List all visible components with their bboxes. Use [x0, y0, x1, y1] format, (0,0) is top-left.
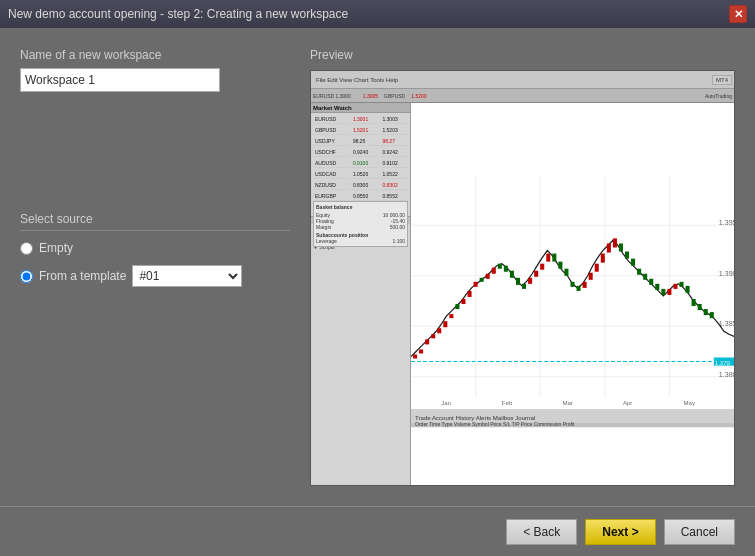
- radio-template-label[interactable]: From a template: [39, 269, 126, 283]
- svg-rect-51: [643, 274, 647, 280]
- preview-left-data: Market Watch EURUSD1.30011.3003 GBPUSD1.…: [311, 103, 411, 485]
- svg-rect-19: [449, 314, 453, 318]
- preview-toolbar: File Edit View Chart Tools Help MT4: [311, 71, 734, 89]
- svg-rect-13: [413, 354, 417, 358]
- preview-box: File Edit View Chart Tools Help MT4 EURU…: [310, 70, 735, 486]
- svg-rect-21: [461, 299, 465, 304]
- content-area: Name of a new workspace Select source Em…: [0, 28, 755, 506]
- svg-rect-56: [673, 284, 677, 289]
- svg-rect-20: [455, 304, 459, 309]
- svg-rect-15: [425, 339, 429, 344]
- svg-rect-32: [528, 278, 532, 284]
- svg-rect-42: [589, 273, 593, 280]
- preview-main: Market Watch EURUSD1.30011.3003 GBPUSD1.…: [311, 103, 734, 485]
- svg-text:Apr: Apr: [623, 400, 632, 406]
- svg-rect-41: [583, 282, 587, 288]
- next-label: Next >: [602, 525, 638, 539]
- workspace-name-label: Name of a new workspace: [20, 48, 290, 62]
- svg-rect-45: [607, 243, 611, 252]
- svg-rect-62: [710, 312, 714, 318]
- svg-rect-60: [698, 304, 702, 310]
- svg-text:Feb: Feb: [502, 400, 513, 406]
- svg-text:1.379: 1.379: [715, 360, 731, 366]
- svg-rect-36: [552, 254, 556, 262]
- svg-rect-27: [498, 264, 502, 269]
- svg-rect-53: [655, 284, 659, 290]
- svg-rect-17: [437, 328, 441, 333]
- workspace-name-section: Name of a new workspace: [20, 48, 290, 92]
- radio-template[interactable]: [20, 270, 33, 283]
- select-source-label: Select source: [20, 212, 290, 231]
- svg-rect-46: [613, 238, 617, 247]
- preview-toolbar2: EURUSD 1.3000 1.3005 GBPUSD 1.5200 AutoT…: [311, 89, 734, 103]
- svg-rect-14: [419, 349, 423, 353]
- cancel-label: Cancel: [681, 525, 718, 539]
- svg-rect-61: [704, 309, 708, 315]
- svg-rect-26: [492, 268, 496, 274]
- left-panel: Name of a new workspace Select source Em…: [20, 48, 290, 486]
- svg-rect-55: [667, 289, 671, 295]
- svg-rect-44: [601, 254, 605, 263]
- svg-rect-22: [468, 291, 472, 297]
- next-button[interactable]: Next >: [585, 519, 655, 545]
- template-select[interactable]: #01#02#03: [132, 265, 242, 287]
- svg-rect-49: [631, 259, 635, 266]
- preview-inner: File Edit View Chart Tools Help MT4 EURU…: [311, 71, 734, 485]
- footer: < Back Next > Cancel: [0, 506, 755, 556]
- title-bar: New demo account opening - step 2: Creat…: [0, 0, 755, 28]
- svg-text:Mar: Mar: [562, 400, 572, 406]
- preview-chart: 1.3950 1.3900 1.3850 1.3800: [411, 103, 734, 485]
- cancel-button[interactable]: Cancel: [664, 519, 735, 545]
- svg-rect-58: [686, 286, 690, 293]
- svg-rect-29: [510, 271, 514, 278]
- svg-rect-59: [692, 299, 696, 306]
- svg-rect-0: [411, 175, 734, 427]
- radio-empty-label[interactable]: Empty: [39, 241, 73, 255]
- svg-rect-48: [625, 252, 629, 259]
- svg-rect-23: [474, 282, 478, 287]
- svg-text:1.3900: 1.3900: [719, 270, 734, 277]
- workspace-name-input[interactable]: [20, 68, 220, 92]
- svg-rect-18: [443, 321, 447, 327]
- back-label: < Back: [523, 525, 560, 539]
- svg-rect-39: [570, 282, 574, 287]
- radio-template-row: From a template #01#02#03: [20, 265, 290, 287]
- svg-rect-52: [649, 279, 653, 285]
- svg-rect-30: [516, 278, 520, 285]
- svg-rect-40: [577, 286, 581, 291]
- radio-empty-row: Empty: [20, 241, 290, 255]
- window-title: New demo account opening - step 2: Creat…: [8, 7, 348, 21]
- svg-text:1.3950: 1.3950: [719, 219, 734, 226]
- svg-rect-35: [546, 254, 550, 262]
- preview-label: Preview: [310, 48, 735, 62]
- svg-text:1.3850: 1.3850: [719, 320, 734, 327]
- window: New demo account opening - step 2: Creat…: [0, 0, 755, 556]
- svg-rect-24: [480, 278, 484, 282]
- radio-empty[interactable]: [20, 242, 33, 255]
- svg-rect-54: [661, 289, 665, 295]
- select-source-section: Select source Empty From a template #01#…: [20, 212, 290, 287]
- close-button[interactable]: ✕: [729, 5, 747, 23]
- svg-text:Jan: Jan: [441, 400, 451, 406]
- svg-text:Order  Time  Type  Volume  Sym: Order Time Type Volume Symbol Price S/L …: [415, 421, 575, 427]
- svg-rect-16: [431, 334, 435, 338]
- svg-rect-38: [564, 269, 568, 276]
- svg-text:1.3800: 1.3800: [719, 371, 734, 378]
- svg-rect-25: [486, 274, 490, 279]
- svg-rect-57: [679, 282, 683, 287]
- svg-rect-50: [637, 269, 641, 275]
- svg-text:May: May: [684, 400, 696, 406]
- svg-rect-47: [619, 243, 623, 251]
- back-button[interactable]: < Back: [506, 519, 577, 545]
- svg-rect-43: [595, 264, 599, 272]
- svg-rect-33: [534, 271, 538, 277]
- svg-rect-28: [504, 266, 508, 272]
- svg-rect-31: [522, 284, 526, 289]
- svg-rect-34: [540, 264, 544, 270]
- right-panel: Preview File Edit View Chart Tools Help …: [310, 48, 735, 486]
- svg-rect-37: [558, 262, 562, 269]
